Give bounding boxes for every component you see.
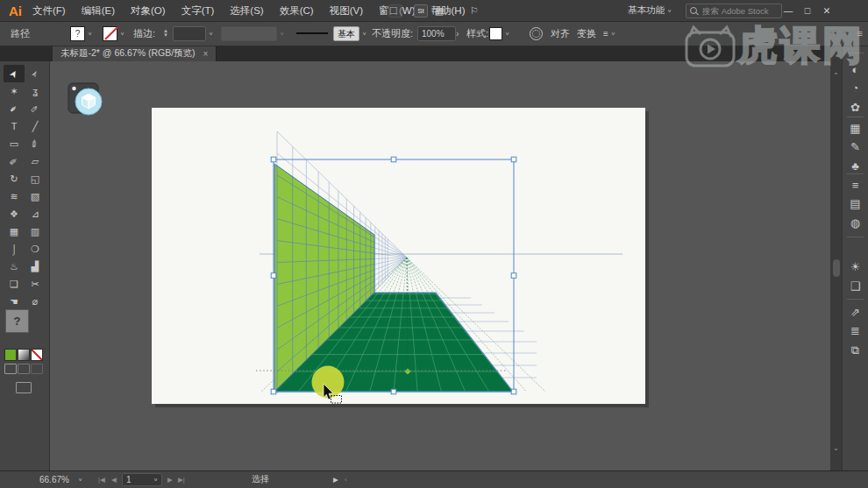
hand-tool[interactable]: ☚ <box>4 293 25 310</box>
transform-button[interactable]: 变换 <box>577 27 596 40</box>
stock-icon[interactable]: St <box>414 4 428 18</box>
menu-item-4[interactable]: 选择(S) <box>230 4 263 18</box>
type-tool[interactable]: T <box>4 117 25 135</box>
maximize-button[interactable]: □ <box>798 5 817 16</box>
blend-tool[interactable]: ❍ <box>25 240 46 258</box>
pencil-tool[interactable]: ✏ <box>4 152 25 170</box>
lasso-tool[interactable]: ʓ <box>25 82 46 100</box>
panel-stroke-icon[interactable]: ≡ <box>843 177 868 194</box>
tab-close-icon[interactable]: × <box>203 49 209 59</box>
document-tab[interactable]: 未标题-2* @ 66.67% (RGB/预览) × <box>53 46 217 61</box>
scroll-down-icon[interactable]: ⌄ <box>833 444 839 452</box>
opacity-more-icon[interactable]: › <box>456 29 459 39</box>
draw-behind-mode-icon[interactable] <box>18 364 30 374</box>
selection-handle[interactable] <box>391 157 396 162</box>
panel-color-icon[interactable]: ◐ <box>843 61 868 79</box>
shape-builder-tool[interactable]: ❖ <box>4 205 25 223</box>
fill-swatch[interactable]: ? ∨ <box>70 21 92 46</box>
next-artboard-icon[interactable]: ▶ <box>167 476 173 484</box>
zoom-tool[interactable]: ⌀ <box>25 293 46 310</box>
align-button[interactable]: 对齐 <box>551 27 570 40</box>
selection-handle[interactable] <box>271 389 276 394</box>
last-artboard-icon[interactable]: ▶| <box>178 476 185 484</box>
panel-recolor-artwork-icon[interactable]: ✿ <box>843 99 868 117</box>
mesh-tool[interactable]: ▦ <box>4 223 25 240</box>
color-button[interactable] <box>4 349 17 361</box>
selection-handle[interactable] <box>511 389 516 394</box>
brush-definition-select[interactable]: ∨ <box>221 21 284 46</box>
artboard-navigation-select[interactable]: 1 ∨ <box>122 473 162 486</box>
scale-tool[interactable]: ◱ <box>25 170 46 187</box>
magic-wand-tool[interactable]: ✶ <box>4 82 25 100</box>
panel-symbols-icon[interactable]: ♣ <box>843 158 868 175</box>
canvas-area[interactable] <box>50 61 830 471</box>
fill-color-indicator[interactable]: ? <box>5 309 29 333</box>
share-icon[interactable]: ⚐ <box>470 5 479 17</box>
widget-close-dot[interactable] <box>72 87 76 91</box>
width-tool[interactable]: ≋ <box>4 187 25 205</box>
draw-normal-mode-icon[interactable] <box>4 364 17 374</box>
bridge-icon[interactable] <box>388 4 402 18</box>
status-play-icon[interactable]: ▶ <box>333 476 338 484</box>
panel-color-guide-icon[interactable]: ◔ <box>843 80 868 97</box>
panel-menu-icon[interactable]: ≡ <box>857 28 863 39</box>
minimize-button[interactable]: — <box>779 5 798 16</box>
dock-scroll-thumb[interactable] <box>833 259 840 277</box>
opacity-field[interactable]: 100% <box>417 21 456 46</box>
menu-item-6[interactable]: 视图(V) <box>330 4 363 18</box>
column-graph-tool[interactable]: ▟ <box>25 258 46 275</box>
stroke-weight-select[interactable]: ∨ <box>173 21 213 46</box>
style-swatch[interactable]: ∨ <box>489 21 509 46</box>
curvature-tool[interactable]: ✑ <box>25 100 46 117</box>
direct-selection-tool[interactable]: ➣ <box>25 65 46 82</box>
gradient-tool[interactable]: ▥ <box>25 223 46 240</box>
eraser-tool[interactable]: ▱ <box>25 152 46 170</box>
status-expand-icon[interactable]: ‹ <box>345 476 347 484</box>
eyedropper-tool[interactable]: ⌡ <box>4 240 25 258</box>
menu-item-3[interactable]: 文字(T) <box>181 4 215 18</box>
selection-handle[interactable] <box>511 157 516 162</box>
recolor-artwork-icon[interactable] <box>530 27 543 40</box>
arrange-documents-icon[interactable]: ▦ <box>435 5 444 17</box>
perspective-grid-widget[interactable] <box>68 83 102 115</box>
close-button[interactable]: ✕ <box>817 5 836 16</box>
stroke-swatch[interactable]: ∨ <box>103 21 125 46</box>
rectangle-tool[interactable]: ▭ <box>4 135 25 152</box>
menu-item-0[interactable]: 文件(F) <box>32 4 66 18</box>
paintbrush-tool[interactable]: ✐ <box>25 135 46 152</box>
menu-item-1[interactable]: 编辑(E) <box>82 4 115 18</box>
panel-brushes-icon[interactable]: ✎ <box>843 138 868 156</box>
workspace-switcher[interactable]: 基本功能 ∨ <box>628 0 672 21</box>
prev-artboard-icon[interactable]: ◀ <box>111 476 117 484</box>
panel-graphic-styles-icon[interactable]: ❑ <box>843 278 868 295</box>
menu-item-5[interactable]: 效果(C) <box>280 4 314 18</box>
line-segment-tool[interactable]: ╱ <box>25 117 46 135</box>
perspective-grid-tool[interactable]: ⊿ <box>25 205 46 223</box>
panel-export-icon[interactable]: ⇗ <box>843 304 868 322</box>
scroll-up-icon[interactable]: ⌃ <box>833 72 839 80</box>
first-artboard-icon[interactable]: |◀ <box>98 476 105 484</box>
selection-handle[interactable] <box>511 273 516 279</box>
app-logo[interactable]: Ai <box>9 4 22 18</box>
artboard-tool[interactable]: ❏ <box>4 275 25 293</box>
selection-handle[interactable] <box>391 389 396 394</box>
menu-item-2[interactable]: 对象(O) <box>131 4 166 18</box>
pen-tool[interactable]: ✒ <box>4 100 25 117</box>
selection-tool[interactable]: ➤ <box>4 65 25 82</box>
brush-style-select[interactable]: 基本 ∨ <box>333 21 366 46</box>
selection-handle[interactable] <box>271 273 276 279</box>
stroke-weight-stepper[interactable]: ▲▼ <box>163 29 168 38</box>
selection-handle[interactable] <box>271 157 276 162</box>
gradient-button[interactable] <box>18 349 30 361</box>
draw-inside-mode-icon[interactable] <box>31 364 43 374</box>
panel-appearance-icon[interactable]: ☀ <box>843 258 868 276</box>
panel-gradient-icon[interactable]: ▤ <box>843 195 868 213</box>
symbol-sprayer-tool[interactable]: ♨ <box>4 258 25 275</box>
zoom-level-select[interactable]: 66.67% ∨ <box>39 471 82 487</box>
search-input[interactable] <box>701 5 779 17</box>
panel-swatches-icon[interactable]: ▦ <box>843 120 868 138</box>
screen-mode-button[interactable] <box>16 382 32 393</box>
panel-transparency-icon[interactable]: ◍ <box>843 215 868 232</box>
none-button[interactable] <box>31 349 43 361</box>
panel-artboards-icon[interactable]: ⧉ <box>843 342 868 359</box>
